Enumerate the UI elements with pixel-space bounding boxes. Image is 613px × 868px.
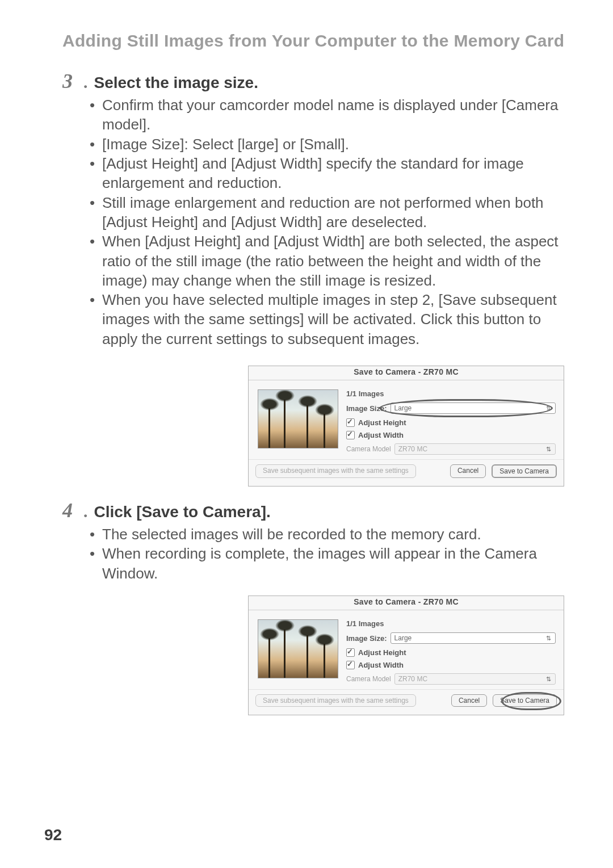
step-4-head: 4 . Click [Save to Camera]. — [62, 500, 569, 521]
step-4-number: 4 — [62, 500, 84, 521]
step-3-number: 3 — [62, 71, 84, 91]
save-to-camera-dialog: Save to Camera - ZR70 MC 1/1 Images Imag… — [248, 366, 564, 487]
step-4-title: Click [Save to Camera]. — [94, 503, 271, 521]
save-to-camera-button[interactable]: Save to Camera — [493, 694, 557, 707]
image-preview — [258, 389, 338, 448]
camera-model-row: Camera Model ZR70 MC ⇅ — [346, 673, 556, 685]
dialog-title: Save to Camera - ZR70 MC — [249, 366, 564, 380]
camera-model-value: ZR70 MC — [398, 675, 427, 683]
dialog-footer: Save subsequent images with the same set… — [249, 459, 564, 486]
checkmark-icon — [346, 431, 355, 439]
adjust-width-label: Adjust Width — [358, 661, 404, 669]
image-size-select[interactable]: Large ⇅ — [391, 402, 556, 414]
step-3-title: Select the image size. — [94, 74, 258, 92]
step-3-dot: . — [84, 74, 89, 91]
dialog-footer: Save subsequent images with the same set… — [249, 689, 564, 715]
list-item: The selected images will be recorded to … — [90, 525, 569, 544]
image-size-value: Large — [394, 634, 412, 642]
camera-model-select[interactable]: ZR70 MC ⇅ — [394, 443, 556, 455]
list-item: When recording is complete, the images w… — [90, 544, 569, 583]
image-size-row: Image Size: Large ⇅ — [346, 402, 556, 414]
dialog-body: 1/1 Images Image Size: Large ⇅ Adjust He… — [249, 610, 564, 689]
save-to-camera-dialog: Save to Camera - ZR70 MC 1/1 Images Imag… — [248, 596, 564, 715]
adjust-width-checkbox[interactable]: Adjust Width — [346, 661, 556, 669]
list-item: When [Adjust Height] and [Adjust Width] … — [90, 232, 569, 290]
cancel-button[interactable]: Cancel — [450, 464, 486, 478]
page-number: 92 — [44, 826, 62, 844]
step-4-dot: . — [84, 503, 89, 520]
image-size-select[interactable]: Large ⇅ — [391, 632, 556, 644]
adjust-width-checkbox[interactable]: Adjust Width — [346, 431, 556, 439]
checkmark-icon — [346, 648, 355, 657]
image-size-label: Image Size: — [346, 634, 387, 643]
image-counter: 1/1 Images — [346, 619, 556, 628]
save-to-camera-button[interactable]: Save to Camera — [492, 464, 557, 478]
dialog-2-wrap: Save to Camera - ZR70 MC 1/1 Images Imag… — [62, 596, 564, 715]
dialog-fields: 1/1 Images Image Size: Large ⇅ Adjust He… — [346, 619, 556, 685]
image-preview — [258, 619, 338, 678]
adjust-width-label: Adjust Width — [358, 431, 404, 439]
camera-model-select[interactable]: ZR70 MC ⇅ — [394, 673, 556, 685]
image-size-label: Image Size: — [346, 404, 387, 413]
image-counter: 1/1 Images — [346, 389, 556, 398]
adjust-height-label: Adjust Height — [358, 418, 406, 427]
step-4-bullets: The selected images will be recorded to … — [62, 525, 569, 583]
dialog-1-wrap: Save to Camera - ZR70 MC 1/1 Images Imag… — [62, 366, 564, 487]
adjust-height-label: Adjust Height — [358, 648, 406, 657]
chevron-updown-icon: ⇅ — [544, 446, 553, 452]
section-title: Adding Still Images from Your Computer t… — [62, 31, 569, 51]
checkmark-icon — [346, 661, 355, 669]
camera-model-label: Camera Model — [346, 445, 391, 453]
step-3-head: 3 . Select the image size. — [62, 71, 569, 92]
chevron-updown-icon: ⇅ — [544, 676, 553, 682]
cancel-button[interactable]: Cancel — [451, 694, 487, 707]
adjust-height-checkbox[interactable]: Adjust Height — [346, 648, 556, 657]
adjust-height-checkbox[interactable]: Adjust Height — [346, 418, 556, 427]
checkmark-icon — [346, 418, 355, 427]
chevron-updown-icon: ⇅ — [544, 635, 553, 641]
list-item: [Image Size]: Select [large] or [Small]. — [90, 135, 569, 154]
camera-model-row: Camera Model ZR70 MC ⇅ — [346, 443, 556, 455]
list-item: Confirm that your camcorder model name i… — [90, 95, 569, 135]
list-item: When you have selected multiple images i… — [90, 290, 569, 349]
camera-model-label: Camera Model — [346, 675, 391, 683]
save-subsequent-button[interactable]: Save subsequent images with the same set… — [255, 694, 416, 707]
image-size-row: Image Size: Large ⇅ — [346, 632, 556, 644]
dialog-title: Save to Camera - ZR70 MC — [249, 596, 564, 610]
step-3-bullets: Confirm that your camcorder model name i… — [62, 95, 569, 349]
camera-model-value: ZR70 MC — [398, 445, 427, 453]
list-item: Still image enlargement and reduction ar… — [90, 193, 569, 232]
page: Adding Still Images from Your Computer t… — [0, 0, 613, 868]
step-3: 3 . Select the image size. Confirm that … — [62, 71, 569, 349]
image-size-value: Large — [394, 404, 412, 412]
step-4: 4 . Click [Save to Camera]. The selected… — [62, 500, 569, 583]
save-subsequent-button[interactable]: Save subsequent images with the same set… — [255, 464, 416, 478]
chevron-updown-icon: ⇅ — [544, 405, 553, 412]
list-item: [Adjust Height] and [Adjust Width] speci… — [90, 154, 569, 193]
dialog-fields: 1/1 Images Image Size: Large ⇅ Adjust He… — [346, 389, 556, 455]
dialog-body: 1/1 Images Image Size: Large ⇅ Adjust He… — [249, 380, 564, 459]
